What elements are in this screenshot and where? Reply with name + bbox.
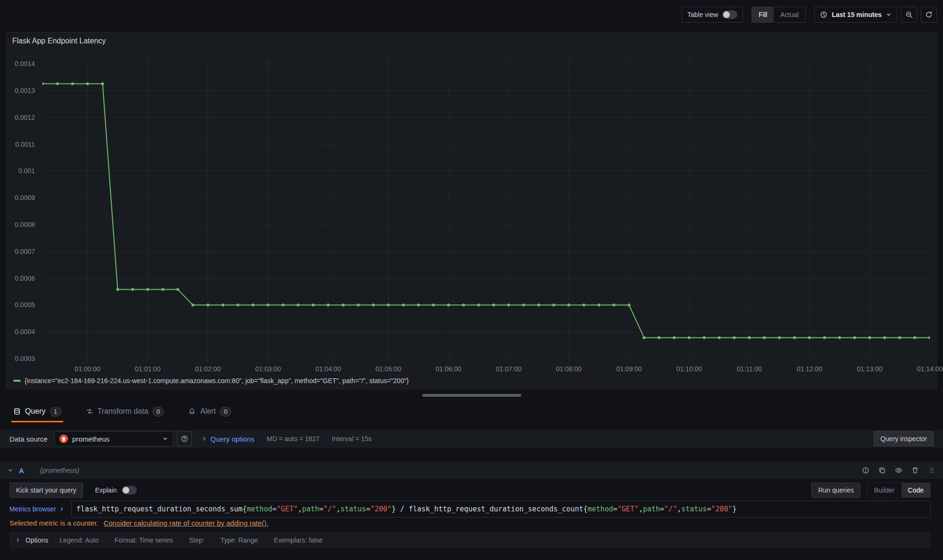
tab-label: Transform data <box>98 407 149 416</box>
table-view-toggle[interactable] <box>722 10 737 19</box>
refresh-icon <box>925 11 933 18</box>
topbar: Table view Fill Actual Last 15 minutes <box>0 0 943 29</box>
query-inspector-button[interactable]: Query inspector <box>874 431 934 446</box>
builder-option[interactable]: Builder <box>868 483 901 497</box>
help-icon <box>181 435 188 443</box>
remove-query-button[interactable] <box>911 467 919 474</box>
toggle-knob <box>123 487 129 493</box>
prometheus-icon <box>59 435 68 443</box>
x-axis-labels: 01:00:0001:01:0001:02:0001:03:0001:04:00… <box>42 365 930 374</box>
options-label: Options <box>25 536 48 544</box>
chevron-right-icon <box>59 506 65 512</box>
zoom-out-icon <box>905 11 913 18</box>
copy-icon <box>878 467 886 474</box>
tab-badge: 1 <box>50 407 61 417</box>
metrics-browser-toggle[interactable]: Metrics browser <box>9 505 65 513</box>
interval-text: Interval = 15s <box>332 435 371 443</box>
toggle-query-visibility-button[interactable] <box>895 467 902 474</box>
query-options-collapsed[interactable]: Options Legend: Auto Format: Time series… <box>9 532 931 548</box>
legend-label: {instance="ec2-184-169-216-224.us-west-1… <box>25 377 409 384</box>
run-queries-button[interactable]: Run queries <box>811 483 860 498</box>
time-range-label: Last 15 minutes <box>832 11 882 18</box>
option-format: Format: Time series <box>115 536 173 544</box>
bell-icon <box>188 408 196 415</box>
option-type: Type: Range <box>220 536 258 544</box>
query-help-button[interactable] <box>862 467 869 474</box>
query-expression: flask_http_request_duration_seconds_sum{… <box>76 505 737 513</box>
chevron-down-icon <box>8 468 13 473</box>
tab-alert[interactable]: Alert 0 <box>186 402 233 422</box>
datasource-bar: Data source prometheus Query options MD … <box>0 430 943 448</box>
datasource-label: Data source <box>9 435 48 443</box>
view-mode-group: Fill Actual <box>751 7 806 23</box>
chevron-right-icon <box>201 436 207 442</box>
refresh-button[interactable] <box>921 7 937 23</box>
y-axis-labels: 0.00030.00040.00050.00060.00070.00080.00… <box>7 58 37 362</box>
option-exemplars: Exemplars: false <box>274 536 323 544</box>
explain-toggle[interactable] <box>122 486 137 494</box>
query-editor-row: Metrics browser flask_http_request_durat… <box>9 501 931 518</box>
chevron-down-icon <box>162 436 168 442</box>
tab-transform-data[interactable]: Transform data 0 <box>84 402 166 422</box>
tab-label: Query <box>25 407 46 416</box>
editor-mode-group: Builder Code <box>867 483 931 498</box>
chevron-right-icon <box>15 537 21 543</box>
zoom-out-button[interactable] <box>901 7 917 23</box>
toggle-knob <box>723 11 730 18</box>
chart-plot[interactable] <box>42 58 930 362</box>
warning-link[interactable]: Consider calculating rate of counter by … <box>104 519 268 527</box>
drag-query-handle[interactable] <box>928 467 935 474</box>
tab-badge: 0 <box>152 407 164 417</box>
code-option[interactable]: Code <box>901 483 930 497</box>
query-datasource-hint: (prometheus) <box>40 467 79 474</box>
query-toolbar: Kick start your query Explain Run querie… <box>9 483 931 498</box>
legend-item[interactable]: {instance="ec2-184-169-216-224.us-west-1… <box>13 377 409 384</box>
table-view-label: Table view <box>687 11 718 18</box>
option-legend: Legend: Auto <box>59 536 99 544</box>
query-options-toggle[interactable]: Query options <box>201 435 254 443</box>
query-row-actions <box>862 467 935 474</box>
warning-text: Selected metric is a counter. <box>9 519 98 527</box>
tab-label: Alert <box>200 407 216 416</box>
query-warning: Selected metric is a counter. Consider c… <box>9 519 268 527</box>
eye-icon <box>895 467 902 474</box>
max-data-points-text: MD = auto = 1827 <box>267 435 319 443</box>
legend: {instance="ec2-184-169-216-224.us-west-1… <box>13 377 409 384</box>
explain-label: Explain <box>95 486 117 494</box>
datasource-picker[interactable]: prometheus <box>54 431 173 446</box>
transform-icon <box>86 408 93 415</box>
query-options-label: Query options <box>210 435 254 443</box>
query-ref-id: A <box>19 467 24 475</box>
panel-resize-handle[interactable] <box>422 394 521 397</box>
table-view-control: Table view <box>682 7 743 23</box>
grip-icon <box>928 467 935 474</box>
chevron-down-icon <box>886 12 892 17</box>
datasource-help-button[interactable] <box>177 431 192 446</box>
metrics-browser-label: Metrics browser <box>9 505 56 513</box>
database-icon <box>13 408 21 415</box>
datasource-value: prometheus <box>72 435 158 443</box>
kick-start-button[interactable]: Kick start your query <box>9 483 83 498</box>
duplicate-query-button[interactable] <box>878 467 886 474</box>
grafana-panel-edit: Table view Fill Actual Last 15 minutes F… <box>0 0 943 560</box>
timeseries-panel: Flask App Endpoint Latency 0.00030.00040… <box>6 32 937 389</box>
panel-title: Flask App Endpoint Latency <box>12 37 106 45</box>
time-range-picker[interactable]: Last 15 minutes <box>814 7 897 23</box>
query-editor-input[interactable]: flask_http_request_duration_seconds_sum{… <box>71 501 931 518</box>
edit-tabs: Query 1 Transform data 0 Alert 0 <box>0 402 943 423</box>
option-step: Step: <box>189 536 204 544</box>
info-icon <box>862 467 869 474</box>
query-row-header[interactable]: A (prometheus) <box>0 462 943 479</box>
clock-icon <box>820 11 827 18</box>
trash-icon <box>911 467 919 474</box>
tab-query[interactable]: Query 1 <box>11 402 63 422</box>
legend-swatch <box>13 380 21 382</box>
fill-option[interactable]: Fill <box>752 7 774 22</box>
actual-option[interactable]: Actual <box>774 7 805 22</box>
tab-badge: 0 <box>220 407 231 417</box>
